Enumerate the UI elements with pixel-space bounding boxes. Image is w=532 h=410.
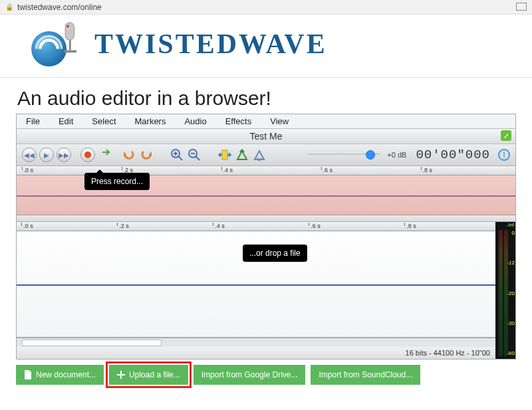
fit-selection-button[interactable] [217, 148, 232, 162]
tick: .8 s [421, 167, 433, 170]
page-tagline: An audio editor in a browser! [17, 87, 532, 110]
volume-db-label: +0 dB [387, 151, 406, 159]
slider-knob[interactable] [366, 150, 375, 159]
lock-icon: 🔒 [5, 3, 13, 11]
tick: .0 s [21, 223, 33, 226]
import-google-drive-button[interactable]: Import from Google Drive... [194, 365, 306, 385]
menu-file[interactable]: File [26, 116, 40, 126]
menu-audio[interactable]: Audio [184, 116, 206, 126]
label: Import from SoundCloud... [319, 370, 412, 379]
continue-arrow-icon[interactable] [102, 148, 112, 157]
meter-tick: -60 [507, 350, 515, 356]
waveform-overview[interactable]: Press record... [17, 175, 515, 215]
address-bar: 🔒 twistedwave.com/online [0, 0, 532, 15]
plus-icon [117, 371, 125, 379]
vertical-zoom-out-button[interactable] [252, 148, 267, 162]
document-icon [24, 370, 32, 379]
label: New document... [36, 370, 96, 379]
upload-file-button[interactable]: Upload a file... [109, 365, 188, 385]
svg-rect-2 [69, 40, 71, 50]
audio-editor: File Edit Select Markers Audio Effects V… [16, 114, 516, 359]
rewind-button[interactable]: ◀◀ [22, 148, 37, 162]
play-button[interactable]: ▶ [39, 148, 54, 162]
record-button[interactable] [80, 148, 95, 162]
brand-text: TWISTEDWAVE [94, 28, 327, 60]
vertical-zoom-in-button[interactable] [235, 148, 249, 162]
fullscreen-icon[interactable]: ⤢ [501, 130, 511, 141]
svg-line-10 [196, 156, 200, 160]
action-bar: New document... Upload a file... Import … [16, 365, 516, 385]
meter-tick: -30 [507, 320, 515, 326]
url-text: twistedwave.com/online [17, 3, 102, 12]
svg-rect-3 [64, 50, 76, 52]
meter-tick: 0 [507, 230, 515, 236]
undo-button[interactable] [122, 148, 136, 162]
scrollbar-thumb[interactable] [22, 340, 162, 346]
meter-tick: -12 [507, 260, 515, 266]
menu-markers[interactable]: Markers [135, 116, 166, 126]
window-maximize-icon[interactable] [517, 4, 527, 11]
redo-button[interactable] [139, 148, 154, 162]
zoom-out-button[interactable] [187, 148, 201, 162]
site-header: TWISTEDWAVE [0, 15, 532, 78]
tick: .8 s [404, 223, 416, 226]
menu-effects[interactable]: Effects [225, 116, 252, 126]
tick: .4 s [213, 223, 225, 226]
document-title: Test Me [249, 131, 282, 142]
volume-slider[interactable] [307, 154, 380, 156]
timeline-ruler-bottom[interactable]: .0 s .2 s .4 s .6 s .8 s [17, 222, 495, 231]
level-meter: -inf 0 -12 -20 -30 -60 [495, 222, 515, 359]
meter-tick: -20 [507, 290, 515, 296]
info-icon[interactable]: ! [498, 149, 510, 161]
document-title-bar: Test Me ⤢ [17, 129, 515, 144]
svg-rect-1 [65, 23, 74, 41]
drop-file-tooltip: ...or drop a file [243, 245, 307, 262]
tick: .6 s [309, 223, 321, 226]
timecode-display: 00'00"000 [416, 148, 490, 162]
tick: .6 s [321, 167, 333, 170]
horizontal-scrollbar[interactable] [17, 338, 495, 347]
fastforward-button[interactable]: ▶▶ [57, 148, 71, 162]
menu-bar: File Edit Select Markers Audio Effects V… [17, 114, 515, 129]
label: Upload a file... [129, 370, 180, 379]
menu-edit[interactable]: Edit [59, 116, 73, 126]
menu-select[interactable]: Select [92, 116, 116, 126]
svg-rect-12 [222, 150, 227, 159]
tick: .2 s [122, 167, 134, 170]
new-document-button[interactable]: New document... [16, 365, 104, 385]
waveform-main[interactable]: ...or drop a file [17, 231, 495, 338]
record-tooltip: Press record... [84, 173, 150, 190]
label: Import from Google Drive... [201, 370, 298, 379]
zoom-in-button[interactable] [170, 148, 184, 162]
meter-inf: -inf [507, 222, 514, 228]
tick: .4 s [221, 167, 233, 170]
menu-view[interactable]: View [270, 116, 289, 126]
status-bar: 16 bits - 44100 Hz - 10"00 [17, 347, 495, 359]
tick: .2 s [117, 223, 129, 226]
tick: .0 s [22, 167, 34, 170]
import-soundcloud-button[interactable]: Import from SoundCloud... [311, 365, 420, 385]
svg-point-4 [66, 25, 69, 28]
svg-line-6 [178, 156, 182, 160]
twistedwave-logo-icon [27, 20, 85, 68]
toolbar: ◀◀ ▶ ▶▶ [17, 144, 515, 166]
